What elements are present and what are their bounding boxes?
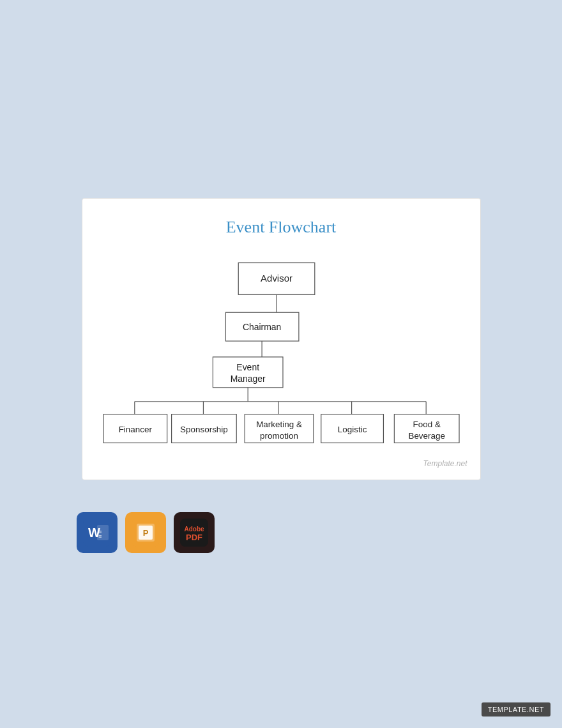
file-icons-row: W ≡ ≡ P Adobe PDF [77, 512, 215, 553]
svg-text:≡: ≡ [98, 533, 102, 540]
flowchart-svg-container: Advisor Chairman Event Manager [102, 256, 461, 454]
food-label-1: Food & [413, 420, 440, 429]
page-container: Event Flowchart Advisor Chairman Event M… [0, 0, 562, 553]
word-icon[interactable]: W ≡ ≡ [77, 512, 118, 553]
svg-text:PDF: PDF [186, 533, 202, 542]
word-svg: W ≡ ≡ [83, 519, 111, 547]
marketing-label-1: Marketing & [256, 420, 302, 429]
pdf-svg: Adobe PDF [180, 519, 208, 547]
food-label-2: Beverage [408, 431, 445, 441]
flowchart-card: Event Flowchart Advisor Chairman Event M… [82, 198, 481, 480]
advisor-label: Advisor [261, 273, 292, 284]
event-manager-label-1: Event [236, 362, 259, 372]
pages-svg: P [132, 519, 160, 547]
template-watermark: Template.net [423, 459, 467, 468]
pages-icon[interactable]: P [125, 512, 166, 553]
template-badge: TEMPLATE.NET [482, 702, 551, 717]
flowchart-svg: Advisor Chairman Event Manager [102, 256, 461, 454]
chairman-label: Chairman [242, 322, 280, 332]
flowchart-title: Event Flowchart [102, 218, 461, 237]
svg-text:P: P [143, 528, 149, 538]
event-manager-label-2: Manager [230, 374, 265, 384]
svg-text:Adobe: Adobe [184, 526, 204, 533]
pdf-icon[interactable]: Adobe PDF [174, 512, 215, 553]
marketing-label-2: promotion [260, 431, 298, 441]
financer-label: Financer [118, 425, 152, 434]
sponsorship-label: Sponsorship [180, 425, 228, 434]
logistic-label: Logistic [337, 425, 367, 434]
